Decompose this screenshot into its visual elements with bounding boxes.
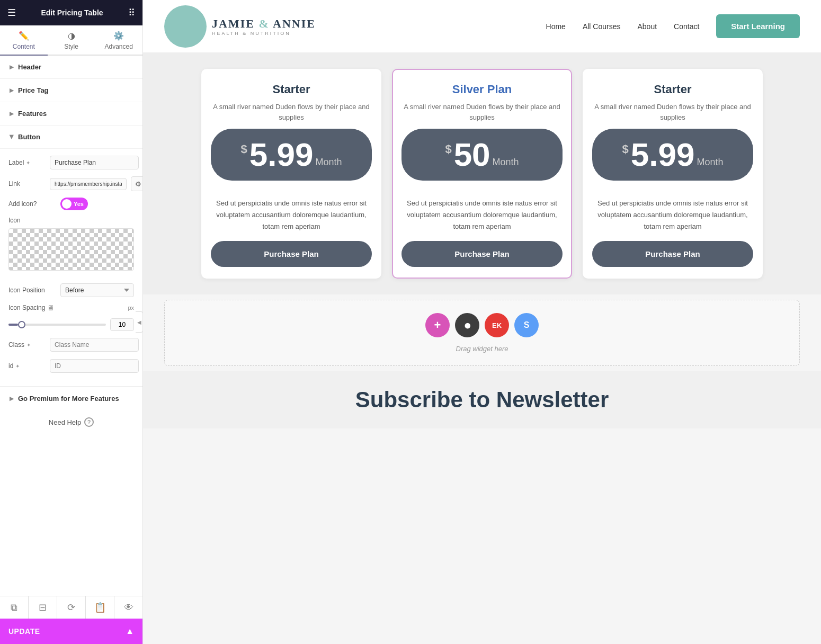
dynamic-icon: ✦	[26, 160, 30, 166]
nav-cta-button[interactable]: Start Learning	[716, 14, 800, 38]
logo-text-block: JAMIE & ANNIE HEALTH & NUTRITION	[212, 17, 316, 36]
section-price-tag[interactable]: ▶ Price Tag	[0, 79, 142, 102]
section-features[interactable]: ▶ Features	[0, 102, 142, 126]
card-1-price-period: Month	[493, 157, 519, 168]
link-settings-icon[interactable]: ⚙	[131, 176, 142, 191]
toggle-yes-label: Yes	[74, 201, 84, 207]
style-icon: ◑	[68, 31, 75, 41]
need-help-btn[interactable]: Need Help ?	[0, 410, 142, 434]
card-2-header: Starter A small river named Duden flows …	[584, 70, 762, 129]
go-premium-section[interactable]: ▶ Go Premium for More Features	[0, 387, 142, 410]
ek-widget-icon[interactable]: EK	[485, 313, 509, 337]
section-header[interactable]: ▶ Header	[0, 56, 142, 79]
panel-sections: ▶ Header ▶ Price Tag ▶ Features ▶ Button…	[0, 56, 142, 596]
slider-fill	[8, 324, 18, 326]
slider-thumb[interactable]	[18, 321, 25, 328]
history-icon-btn[interactable]: ⟳	[57, 596, 86, 619]
pricing-section: Starter A small river named Duden flows …	[143, 53, 821, 294]
section-features-label: Features	[18, 110, 47, 118]
tab-style-label: Style	[64, 43, 78, 50]
nav-link-home[interactable]: Home	[546, 22, 566, 31]
pricing-card-1: Silver Plan A small river named Duden fl…	[392, 69, 572, 279]
dynamic-icon: ✦	[26, 342, 31, 348]
link-field-label: Link	[8, 180, 46, 187]
field-add-icon-row: Add icon? Yes	[8, 198, 134, 210]
grid-icon[interactable]: ⠿	[128, 7, 135, 19]
chevron-up-icon[interactable]: ▲	[126, 627, 134, 636]
s-widget-icon[interactable]: S	[514, 313, 539, 337]
purchase-btn-0[interactable]: Purchase Plan	[211, 241, 372, 267]
icon-preview-area[interactable]	[8, 228, 134, 271]
monitor-icon: 🖥	[47, 303, 55, 312]
label-input[interactable]	[50, 156, 139, 169]
tab-content[interactable]: ✏️ Content	[0, 25, 48, 56]
left-panel: ☰ Edit Pricing Table ⠿ ✏️ Content ◑ Styl…	[0, 0, 143, 644]
nav-link-about[interactable]: About	[637, 22, 657, 31]
logo-subtitle: HEALTH & NUTRITION	[212, 31, 316, 36]
field-icon-spacing-row: Icon Spacing 🖥 px	[8, 303, 134, 312]
add-icon-toggle[interactable]: Yes	[60, 198, 88, 210]
purchase-btn-2[interactable]: Purchase Plan	[592, 241, 753, 267]
class-input[interactable]	[50, 338, 139, 352]
card-2-title: Starter	[594, 83, 751, 96]
logo-circle	[164, 5, 207, 48]
id-input[interactable]	[50, 359, 139, 373]
icon-position-select[interactable]: Before After	[60, 283, 134, 297]
slider-row	[8, 318, 134, 331]
gear-icon: ⚙️	[113, 31, 124, 41]
add-widget-icon[interactable]: +	[425, 313, 450, 337]
go-premium-label: Go Premium for More Features	[18, 395, 119, 402]
dark-widget-icon[interactable]: ⬤	[455, 313, 479, 337]
tab-style[interactable]: ◑ Style	[48, 25, 95, 56]
card-1-description: A small river named Duden flows by their…	[404, 102, 560, 122]
slider-value-input[interactable]	[110, 318, 134, 331]
section-button-label: Button	[18, 133, 40, 141]
tab-content-label: Content	[13, 43, 35, 50]
icon-position-label: Icon Position	[8, 287, 56, 294]
nav-links: Home All Courses About Contact Start Lea…	[546, 14, 800, 38]
class-field-label: Class ✦	[8, 341, 46, 348]
nav-logo: JAMIE & ANNIE HEALTH & NUTRITION	[164, 5, 316, 48]
update-button[interactable]: UPDATE	[8, 627, 40, 636]
field-link-row: Link ⚙ ⊞	[8, 176, 134, 191]
card-2-body: Sed ut perspiciatis unde omnis iste natu…	[584, 189, 762, 241]
help-circle-icon: ?	[84, 417, 94, 427]
arrow-icon: ▶	[10, 64, 14, 70]
stack-icon-btn[interactable]: ⊟	[29, 596, 57, 619]
link-input[interactable]	[50, 178, 127, 190]
panel-bottom-bar: UPDATE ▲	[0, 619, 142, 644]
drag-label: Drag widget here	[456, 345, 508, 353]
notes-icon-btn[interactable]: 📋	[86, 596, 114, 619]
purchase-btn-1[interactable]: Purchase Plan	[401, 241, 563, 267]
nav-link-courses[interactable]: All Courses	[583, 22, 621, 31]
layers-icon-btn[interactable]: ⧉	[0, 596, 29, 619]
pricing-card-2: Starter A small river named Duden flows …	[583, 69, 763, 279]
slider-track[interactable]	[8, 324, 106, 326]
logo-main-text: JAMIE & ANNIE	[212, 17, 316, 31]
panel-collapse-toggle[interactable]: ◀	[136, 311, 143, 333]
card-2-dollar: $	[622, 142, 629, 156]
hamburger-icon[interactable]: ☰	[7, 7, 16, 19]
card-0-price-amount: 5.99	[249, 138, 314, 171]
arrow-down-icon: ▶	[9, 135, 15, 139]
subscribe-section: Subscribe to Newsletter	[143, 371, 821, 428]
tab-advanced[interactable]: ⚙️ Advanced	[95, 25, 142, 56]
field-icon-position-row: Icon Position Before After	[8, 283, 134, 297]
section-button[interactable]: ▶ Button	[0, 126, 142, 149]
pencil-icon: ✏️	[19, 31, 29, 41]
card-0-title: Starter	[213, 83, 370, 96]
button-section-content: Label ✦ ⊞ Link ⚙ ⊞ Add icon?	[0, 149, 142, 387]
main-content: JAMIE & ANNIE HEALTH & NUTRITION Home Al…	[143, 0, 821, 644]
card-0-body: Sed ut perspiciatis unde omnis iste natu…	[202, 189, 380, 241]
preview-icon-btn[interactable]: 👁	[114, 596, 142, 619]
panel-top-bar: ☰ Edit Pricing Table ⠿	[0, 0, 142, 25]
arrow-icon: ▶	[10, 111, 14, 117]
card-1-price-box: $ 50 Month	[401, 129, 563, 181]
card-1-price-amount: 50	[454, 138, 490, 171]
section-price-tag-label: Price Tag	[18, 86, 49, 94]
dynamic-icon: ✦	[15, 363, 20, 369]
field-class-row: Class ✦ ⊞	[8, 337, 134, 352]
nav-link-contact[interactable]: Contact	[674, 22, 699, 31]
widget-dropzone[interactable]: + ⬤ EK S Drag widget here	[164, 300, 800, 366]
panel-tabs: ✏️ Content ◑ Style ⚙️ Advanced	[0, 25, 142, 56]
